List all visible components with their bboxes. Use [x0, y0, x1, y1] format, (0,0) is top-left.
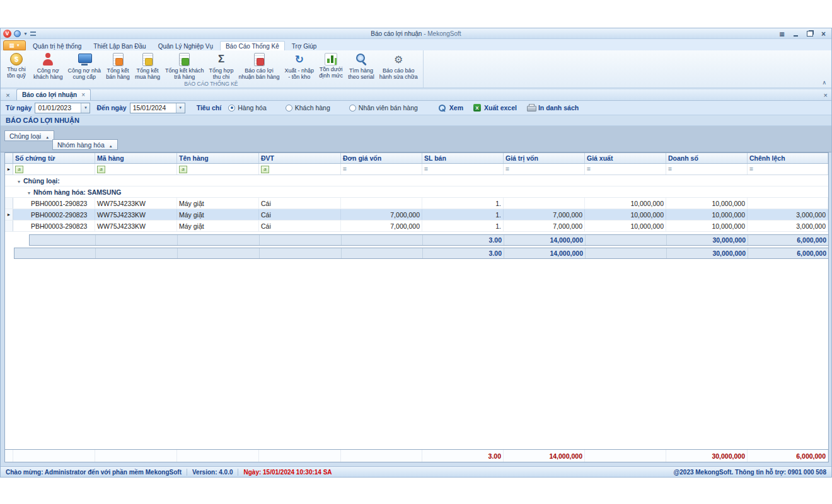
table-row-selected[interactable]: ► PBH00002-290823 WW75J4233KW Máy giặt C… [5, 209, 828, 220]
ribbon-button-bao-cao-loi-nhuan[interactable]: Báo cáo lợinhuận bán hàng [236, 51, 282, 81]
from-date-input[interactable]: 01/01/2023 [35, 103, 90, 113]
cell[interactable]: 10,000,000 [666, 209, 748, 220]
tab-bao-cao-thong-ke[interactable]: Báo Cáo Thống Kê [220, 41, 285, 50]
equals-filter-icon[interactable] [587, 166, 591, 173]
app-logo-icon[interactable]: V [3, 30, 11, 38]
radio-nhan-vien-ban-hang[interactable]: Nhân viên bán hàng [349, 104, 418, 112]
close-document-button[interactable]: × [824, 91, 828, 99]
group-chip-chung-loai[interactable]: Chủng loại [4, 130, 54, 141]
ribbon-button-tong-ket-khach-tra-hang[interactable]: Tổng kết kháchtrả hàng [163, 51, 207, 81]
column-header[interactable]: Doanh số [666, 153, 748, 163]
cell[interactable]: 10,000,000 [666, 198, 748, 209]
ribbon-button-tong-hop-thu-chi[interactable]: Tổng hợpthu chi [207, 51, 236, 81]
equals-filter-icon[interactable] [668, 166, 672, 173]
auto-filter-row[interactable]: ► [5, 164, 828, 175]
cell[interactable]: Cái [259, 220, 341, 231]
cell[interactable]: 7,000,000 [341, 209, 422, 220]
equals-filter-icon[interactable] [424, 166, 428, 173]
column-header[interactable]: Số chứng từ [13, 153, 95, 163]
customize-toolbar-icon[interactable] [30, 32, 36, 36]
text-filter-icon[interactable] [97, 166, 105, 173]
cell[interactable]: 1. [422, 220, 504, 231]
column-header[interactable]: ĐVT [259, 153, 341, 163]
group-row-chung-loai[interactable]: Chủng loại: [5, 175, 828, 186]
cell[interactable]: 3,000,000 [748, 220, 828, 231]
cell[interactable]: 1. [422, 198, 504, 209]
close-button[interactable]: × [819, 30, 828, 38]
text-filter-icon[interactable] [15, 166, 23, 173]
document-tab-bao-cao-loi-nhuan[interactable]: Báo cáo lợi nhuận × [16, 89, 91, 100]
column-header[interactable]: Mã hàng [95, 153, 177, 163]
restore-button[interactable] [806, 30, 814, 38]
ribbon-button-thu-chi-ton-quy[interactable]: Thu chitồn quỹ [2, 51, 31, 81]
cell[interactable]: Cái [259, 209, 341, 220]
calendar-dropdown-icon[interactable] [81, 103, 90, 113]
collapse-chevron-icon[interactable] [18, 177, 20, 185]
ribbon-button-tong-ket-mua-hang[interactable]: Tổng kếtmua hàng [132, 51, 163, 81]
ribbon-button-cong-no-nha-cung-cap[interactable]: Công nợ nhàcung cấp [66, 51, 103, 81]
close-all-tabs-button[interactable]: × [3, 90, 13, 100]
close-tab-icon[interactable]: × [81, 91, 85, 98]
cell[interactable]: WW75J4233KW [95, 198, 177, 209]
ribbon-button-tong-ket-ban-hang[interactable]: Tổng kếtbán hàng [103, 51, 132, 81]
column-header[interactable]: Tên hàng [177, 153, 259, 163]
tab-quan-tri-he-thong[interactable]: Quản trị hệ thống [28, 42, 86, 50]
column-header[interactable]: Đơn giá vốn [341, 153, 422, 163]
cell[interactable]: PBH00001-290823 [13, 198, 95, 209]
column-header[interactable]: Giá xuất [585, 153, 666, 163]
tab-quan-ly-nghiep-vu[interactable]: Quản Lý Nghiệp Vụ [153, 42, 218, 50]
radio-hang-hoa[interactable]: Hàng hóa [228, 104, 267, 112]
tab-tro-giup[interactable]: Trợ Giúp [287, 42, 322, 50]
minimize-button[interactable] [792, 30, 800, 38]
cell[interactable] [748, 198, 828, 209]
cell[interactable]: Cái [259, 198, 341, 209]
equals-filter-icon[interactable] [749, 166, 753, 173]
calendar-dropdown-icon[interactable] [176, 103, 185, 113]
cell[interactable]: 7,000,000 [504, 209, 585, 220]
group-row-nhom-hang-hoa[interactable]: Nhóm hàng hóa: SAMSUNG [5, 186, 828, 198]
group-chip-nhom-hang-hoa[interactable]: Nhóm hàng hóa [52, 139, 118, 150]
cell[interactable]: PBH00003-290823 [13, 220, 95, 231]
quick-access-icon[interactable] [14, 30, 21, 37]
cell[interactable]: 1. [422, 209, 504, 220]
cell[interactable]: 10,000,000 [585, 198, 666, 209]
column-header[interactable]: SL bán [422, 153, 504, 163]
ribbon-button-xuat-nhap-ton-kho[interactable]: Xuất - nhập- tồn kho [282, 51, 317, 81]
cell[interactable]: Máy giặt [177, 220, 259, 231]
equals-filter-icon[interactable] [343, 166, 347, 173]
ribbon-button-cong-no-khach-hang[interactable]: Công nợkhách hàng [31, 51, 66, 81]
column-header[interactable]: Chênh lệch [748, 153, 828, 163]
cell[interactable]: WW75J4233KW [95, 209, 177, 220]
equals-filter-icon[interactable] [506, 166, 509, 173]
tab-thiet-lap-ban-dau[interactable]: Thiết Lập Ban Đầu [88, 42, 151, 50]
cell[interactable]: Máy giặt [177, 209, 259, 220]
ribbon-button-tim-hang-theo-serial[interactable]: Tìm hàngtheo serial [345, 51, 377, 81]
export-excel-button[interactable]: Xuất excel [473, 104, 517, 112]
cell[interactable]: 7,000,000 [504, 220, 585, 231]
collapse-chevron-icon[interactable] [28, 188, 30, 196]
chevron-down-icon[interactable]: ▼ [23, 32, 28, 36]
cell[interactable] [504, 198, 585, 209]
text-filter-icon[interactable] [179, 166, 187, 173]
table-row[interactable]: PBH00003-290823 WW75J4233KW Máy giặt Cái… [5, 220, 828, 232]
ribbon-button-ton-duoi-dinh-muc[interactable]: Tồn dướiđịnh mức [316, 51, 345, 81]
column-header[interactable]: Giá trị vốn [504, 153, 585, 163]
view-button[interactable]: Xem [438, 104, 463, 112]
ribbon-collapse-button[interactable]: ∧ [822, 79, 826, 86]
ribbon-button-bao-hanh-sua-chua[interactable]: Báo cáo bảohành sửa chữa [377, 51, 420, 81]
cell[interactable] [341, 198, 422, 209]
group-by-band[interactable]: Chủng loại Nhóm hàng hóa [1, 126, 831, 152]
cell[interactable]: 10,000,000 [666, 220, 748, 231]
radio-khach-hang[interactable]: Khách hàng [286, 104, 330, 112]
text-filter-icon[interactable] [261, 166, 269, 173]
cell[interactable]: 10,000,000 [585, 209, 666, 220]
cell[interactable]: PBH00002-290823 [13, 209, 95, 220]
cell[interactable]: WW75J4233KW [95, 220, 177, 231]
table-row[interactable]: PBH00001-290823 WW75J4233KW Máy giặt Cái… [5, 198, 828, 209]
layout-icon[interactable] [778, 30, 786, 38]
cell[interactable]: Máy giặt [177, 198, 259, 209]
cell[interactable]: 7,000,000 [341, 220, 422, 231]
to-date-input[interactable]: 15/01/2024 [130, 103, 185, 113]
application-menu-button[interactable]: ▦ ▼ [3, 40, 26, 50]
cell[interactable]: 3,000,000 [748, 209, 828, 220]
